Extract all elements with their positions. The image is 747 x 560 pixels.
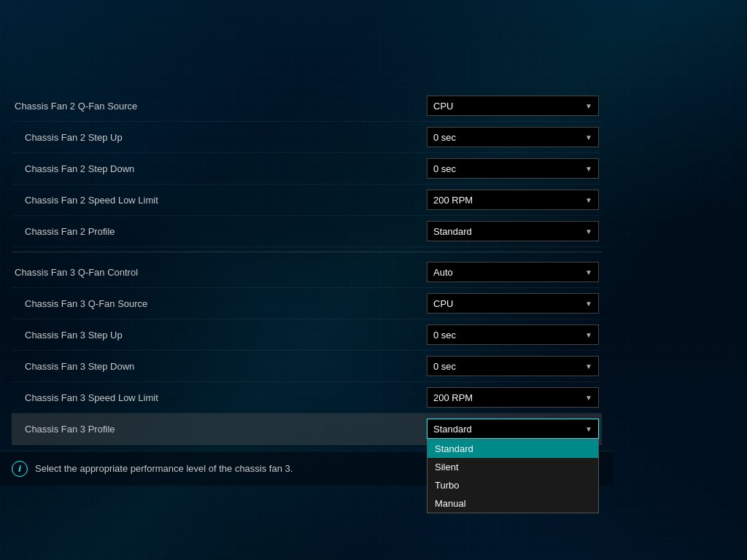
dropdown-arrow-icon: ▼ xyxy=(585,228,592,236)
dropdown-arrow-icon: ▼ xyxy=(585,196,592,204)
cf2-step-down-dropdown[interactable]: 0 sec ▼ xyxy=(427,158,599,179)
settings-list: Chassis Fan 2 Q-Fan Source CPU ▼ Chassis… xyxy=(0,85,614,451)
cf2-qfan-source-label: Chassis Fan 2 Q-Fan Source xyxy=(15,101,137,112)
cf2-profile-control: Standard ▼ xyxy=(427,221,599,241)
cf2-speed-low-dropdown[interactable]: 200 RPM ▼ xyxy=(427,190,599,210)
option-manual[interactable]: Manual xyxy=(427,494,598,513)
setting-cf2-speed-low: Chassis Fan 2 Speed Low Limit 200 RPM ▼ xyxy=(12,184,602,216)
setting-cf2-profile: Chassis Fan 2 Profile Standard ▼ xyxy=(12,216,602,247)
cf3-profile-label: Chassis Fan 3 Profile xyxy=(15,424,115,435)
dropdown-arrow-icon: ▼ xyxy=(585,425,592,433)
cf2-qfan-source-dropdown[interactable]: CPU ▼ xyxy=(427,96,599,116)
dropdown-arrow-icon: ▼ xyxy=(585,394,592,402)
cf3-qfan-source-dropdown[interactable]: CPU ▼ xyxy=(427,293,599,314)
info-text: Select the appropriate performance level… xyxy=(35,463,293,474)
setting-cf3-profile: Chassis Fan 3 Profile Standard ▼ Standar… xyxy=(12,413,602,445)
setting-cf3-step-up: Chassis Fan 3 Step Up 0 sec ▼ xyxy=(12,319,602,351)
setting-cf2-step-down: Chassis Fan 2 Step Down 0 sec ▼ xyxy=(12,153,602,184)
cf3-step-up-label: Chassis Fan 3 Step Up xyxy=(15,330,123,341)
cf3-profile-dropdown[interactable]: Standard ▼ xyxy=(427,419,599,439)
cf3-profile-control: Standard ▼ Standard Silent Turbo Manual xyxy=(427,419,599,439)
dropdown-arrow-icon: ▼ xyxy=(585,133,592,141)
setting-cf2-qfan-source: Chassis Fan 2 Q-Fan Source CPU ▼ xyxy=(12,90,602,122)
cf3-speed-low-control: 200 RPM ▼ xyxy=(427,387,599,408)
setting-cf3-step-down: Chassis Fan 3 Step Down 0 sec ▼ xyxy=(12,351,602,382)
setting-cf2-step-up: Chassis Fan 2 Step Up 0 sec ▼ xyxy=(12,122,602,153)
option-silent[interactable]: Silent xyxy=(427,458,598,476)
cf3-step-down-control: 0 sec ▼ xyxy=(427,356,599,376)
dropdown-arrow-icon: ▼ xyxy=(585,331,592,339)
cf3-qfan-control-control: Auto ▼ xyxy=(427,262,599,282)
dropdown-arrow-icon: ▼ xyxy=(585,362,592,370)
cf3-qfan-source-label: Chassis Fan 3 Q-Fan Source xyxy=(15,298,147,309)
cf3-speed-low-label: Chassis Fan 3 Speed Low Limit xyxy=(15,392,158,403)
setting-cf3-speed-low: Chassis Fan 3 Speed Low Limit 200 RPM ▼ xyxy=(12,382,602,413)
cf2-qfan-source-control: CPU ▼ xyxy=(427,96,599,116)
cf3-qfan-control-dropdown[interactable]: Auto ▼ xyxy=(427,262,599,282)
cf3-step-down-label: Chassis Fan 3 Step Down xyxy=(15,361,134,372)
setting-cf3-qfan-control: Chassis Fan 3 Q-Fan Control Auto ▼ xyxy=(12,257,602,288)
cf3-step-up-control: 0 sec ▼ xyxy=(427,324,599,345)
option-turbo[interactable]: Turbo xyxy=(427,476,598,494)
dropdown-arrow-icon: ▼ xyxy=(585,165,592,173)
cf2-step-up-control: 0 sec ▼ xyxy=(427,127,599,147)
cf3-profile-menu: Standard Silent Turbo Manual xyxy=(427,439,599,513)
cf2-step-up-label: Chassis Fan 2 Step Up xyxy=(15,132,123,143)
cf3-speed-low-dropdown[interactable]: 200 RPM ▼ xyxy=(427,387,599,408)
cf2-profile-dropdown[interactable]: Standard ▼ xyxy=(427,221,599,241)
cf3-step-down-dropdown[interactable]: 0 sec ▼ xyxy=(427,356,599,376)
cf3-qfan-control-label: Chassis Fan 3 Q-Fan Control xyxy=(15,267,138,278)
settings-panel: Chassis Fan 2 Q-Fan Source CPU ▼ Chassis… xyxy=(0,85,614,534)
cf3-step-up-dropdown[interactable]: 0 sec ▼ xyxy=(427,324,599,345)
cf2-profile-label: Chassis Fan 2 Profile xyxy=(15,226,115,237)
dropdown-arrow-icon: ▼ xyxy=(585,300,592,308)
cf3-qfan-source-control: CPU ▼ xyxy=(427,293,599,314)
cf2-step-down-label: Chassis Fan 2 Step Down xyxy=(15,163,134,174)
dropdown-arrow-icon: ▼ xyxy=(585,102,592,110)
cf2-step-up-dropdown[interactable]: 0 sec ▼ xyxy=(427,127,599,147)
cf2-speed-low-control: 200 RPM ▼ xyxy=(427,190,599,210)
section-divider xyxy=(12,252,602,252)
cf2-step-down-control: 0 sec ▼ xyxy=(427,158,599,179)
info-icon: i xyxy=(12,461,28,477)
dropdown-arrow-icon: ▼ xyxy=(585,268,592,276)
setting-cf3-qfan-source: Chassis Fan 3 Q-Fan Source CPU ▼ xyxy=(12,288,602,319)
cf2-speed-low-label: Chassis Fan 2 Speed Low Limit xyxy=(15,195,158,206)
option-standard[interactable]: Standard xyxy=(427,440,598,458)
